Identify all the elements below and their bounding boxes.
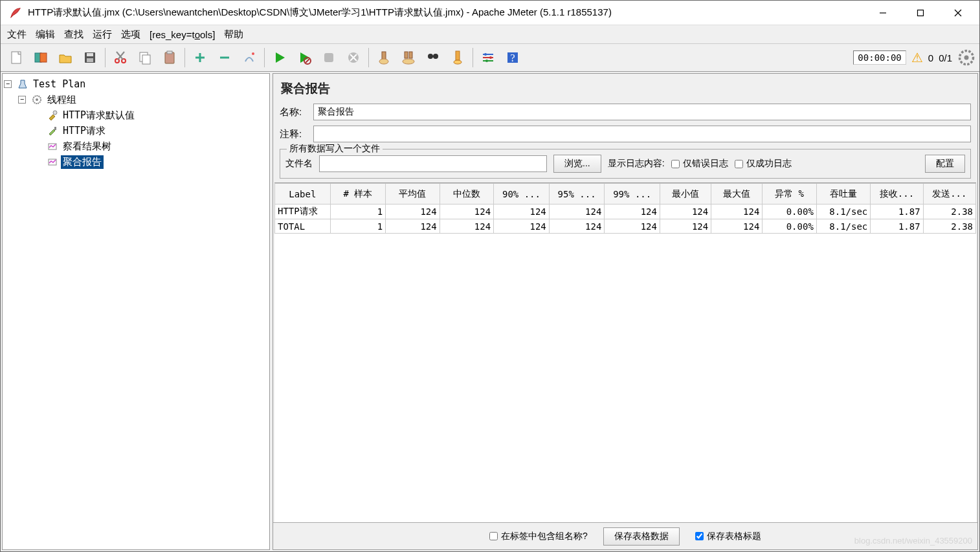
stop-icon[interactable] (317, 46, 340, 69)
svg-point-52 (53, 111, 57, 115)
maximize-button[interactable] (902, 1, 939, 25)
column-header[interactable]: 最小值 (660, 184, 711, 204)
save-header-checkbox[interactable]: 保存表格标题 (695, 531, 761, 542)
svg-rect-33 (409, 52, 412, 58)
clear-icon[interactable] (372, 46, 395, 69)
templates-icon[interactable] (29, 46, 52, 69)
errors-only-checkbox[interactable]: 仅错误日志 (671, 158, 728, 170)
start-no-pauses-icon[interactable] (293, 46, 316, 69)
svg-text:?: ? (510, 52, 515, 63)
results-table-wrap[interactable]: Label# 样本平均值中位数90% ...95% ...99% ...最小值最… (274, 182, 976, 522)
table-row[interactable]: TOTAL11241241241241241241240.00%8.1/sec1… (275, 219, 976, 234)
include-group-checkbox[interactable]: 在标签中包含组名称? (489, 531, 588, 542)
minimize-button[interactable] (864, 1, 902, 25)
bottom-bar: 在标签中包含组名称? 保存表格数据 保存表格标题 blog.csdn.net/w… (273, 522, 977, 549)
menu-help[interactable]: 帮助 (224, 28, 243, 41)
column-header[interactable]: Label (275, 184, 331, 204)
column-header[interactable]: 最大值 (711, 184, 763, 204)
start-icon[interactable] (268, 46, 291, 69)
new-icon[interactable] (5, 46, 28, 69)
menubar: 文件 编辑 查找 运行 选项 [res_key=tools] 帮助 (1, 25, 979, 43)
menu-file[interactable]: 文件 (7, 28, 27, 41)
toggle-icon[interactable] (238, 46, 261, 69)
copy-icon[interactable] (133, 46, 157, 69)
name-input[interactable] (313, 104, 971, 120)
function-helper-icon[interactable] (446, 46, 469, 69)
svg-rect-17 (167, 51, 172, 54)
configure-button[interactable]: 配置 (925, 155, 965, 173)
comment-input[interactable] (313, 126, 971, 142)
tree-thread-group[interactable]: − 线程组 (4, 92, 268, 107)
success-only-checkbox[interactable]: 仅成功日志 (735, 158, 792, 170)
tree-root[interactable]: − Test Plan (4, 76, 268, 92)
menu-options[interactable]: 选项 (121, 28, 140, 41)
open-icon[interactable] (54, 46, 77, 69)
cut-icon[interactable] (109, 46, 132, 69)
browse-button[interactable]: 浏览... (553, 155, 601, 173)
svg-rect-16 (165, 52, 174, 63)
svg-rect-32 (405, 52, 408, 58)
clear-all-icon[interactable] (397, 46, 420, 69)
column-header[interactable]: 接收... (871, 184, 923, 204)
file-fieldset: 所有数据写入一个文件 文件名 浏览... 显示日志内容: 仅错误日志 仅成功日志… (280, 149, 971, 179)
svg-point-36 (433, 54, 438, 59)
menu-run[interactable]: 运行 (93, 28, 112, 41)
collapse-toggle-icon[interactable]: − (18, 96, 26, 104)
svg-rect-30 (382, 52, 386, 60)
warn-count: 0 (928, 52, 933, 63)
column-header[interactable]: 吞吐量 (816, 184, 870, 204)
panel-title: 聚合报告 (273, 74, 977, 101)
column-header[interactable]: 发送... (923, 184, 975, 204)
tree-aggregate[interactable]: 聚合报告 (4, 154, 268, 170)
svg-rect-8 (87, 53, 93, 56)
search-icon[interactable] (421, 46, 445, 69)
svg-point-34 (403, 59, 414, 64)
collapse-toggle-icon[interactable]: − (4, 80, 12, 88)
shutdown-icon[interactable] (342, 46, 365, 69)
menu-search[interactable]: 查找 (64, 28, 84, 41)
thread-status: 0/1 (939, 52, 952, 63)
tree-pane[interactable]: − Test Plan − 线程组 HTTP请求默认值 HTTP请求 (2, 73, 270, 550)
menu-edit[interactable]: 编辑 (36, 28, 55, 41)
results-icon (47, 140, 58, 152)
window-controls (864, 1, 977, 25)
column-header[interactable]: 99% ... (605, 184, 660, 204)
paste-icon[interactable] (158, 46, 181, 69)
tree-http-request[interactable]: HTTP请求 (4, 123, 268, 138)
help-icon[interactable]: ? (501, 46, 524, 69)
svg-point-21 (252, 52, 254, 55)
filename-input[interactable] (319, 155, 547, 172)
filename-label: 文件名 (285, 158, 313, 170)
wrench-icon (47, 109, 58, 121)
column-header[interactable]: 90% ... (494, 184, 550, 204)
tree-view-results[interactable]: 察看结果树 (4, 138, 268, 154)
svg-rect-26 (324, 53, 333, 62)
column-header[interactable]: # 样本 (330, 184, 386, 204)
svg-point-31 (379, 59, 388, 64)
svg-point-44 (489, 56, 492, 59)
main-panel: 聚合报告 名称: 注释: 所有数据写入一个文件 文件名 浏览... 显示日志内容… (273, 73, 978, 550)
file-legend: 所有数据写入一个文件 (287, 143, 383, 155)
gear-icon[interactable] (957, 49, 975, 67)
content-area: − Test Plan − 线程组 HTTP请求默认值 HTTP请求 (1, 72, 979, 551)
save-table-data-button[interactable]: 保存表格数据 (603, 527, 680, 546)
timer-display: 00:00:00 (853, 50, 906, 65)
column-header[interactable]: 异常 % (763, 184, 816, 204)
collapse-icon[interactable] (213, 46, 236, 69)
column-header[interactable]: 95% ... (549, 184, 605, 204)
close-button[interactable] (939, 1, 977, 25)
svg-point-43 (484, 53, 487, 56)
options-icon[interactable] (476, 46, 500, 69)
column-header[interactable]: 平均值 (386, 184, 440, 204)
tree-http-defaults[interactable]: HTTP请求默认值 (4, 107, 268, 123)
svg-point-39 (454, 60, 462, 64)
table-row[interactable]: HTTP请求11241241241241241241240.00%8.1/sec… (275, 204, 976, 219)
toolbar: ? 00:00:00 ⚠ 0 0/1 (1, 43, 979, 72)
save-icon[interactable] (78, 46, 102, 69)
svg-rect-9 (87, 58, 93, 62)
column-header[interactable]: 中位数 (440, 184, 493, 204)
expand-icon[interactable] (188, 46, 212, 69)
warning-icon[interactable]: ⚠ (911, 50, 923, 65)
menu-tools[interactable]: [res_key=tools] (150, 29, 215, 40)
titlebar: HTTP请求默认值.jmx (C:\Users\newantchen\Deskt… (1, 1, 979, 25)
